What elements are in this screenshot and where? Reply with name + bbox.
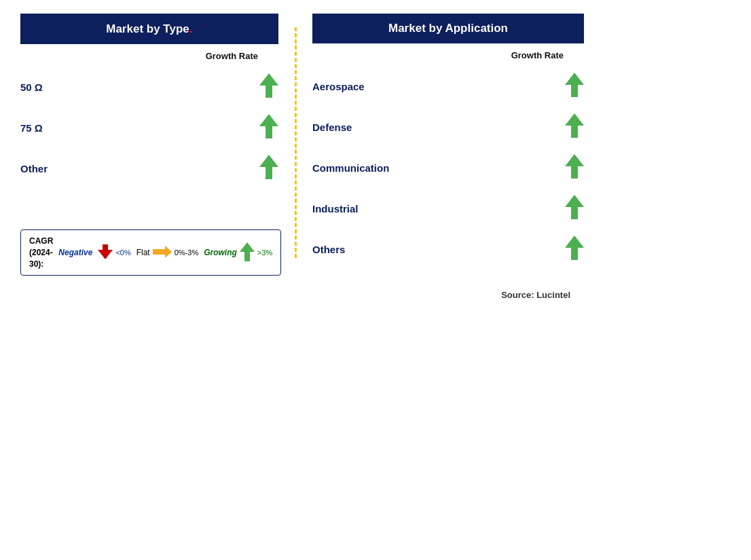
legend-growing-value: >3% xyxy=(257,248,272,257)
arrow-up-icon xyxy=(259,114,278,141)
table-row: Industrial xyxy=(312,188,584,229)
dashed-divider xyxy=(295,27,297,258)
legend-growing-label: Growing xyxy=(204,248,237,257)
row-label-communication: Communication xyxy=(312,162,394,174)
right-growth-rate-label: Growth Rate xyxy=(312,50,584,60)
table-row: Aerospace xyxy=(312,66,584,107)
legend-flat-value: 0%-3% xyxy=(175,248,198,257)
svg-marker-3 xyxy=(98,244,113,259)
table-row: Communication xyxy=(312,147,584,188)
legend-box: CAGR(2024-30): Negative <0% Flat 0 xyxy=(20,229,281,276)
left-panel-title: Market by Type xyxy=(106,22,189,35)
right-panel: Market by Application Growth Rate Aerosp… xyxy=(312,14,584,300)
legend-growing-up-arrow xyxy=(240,242,255,263)
row-label-others: Others xyxy=(312,244,394,255)
arrow-up-icon xyxy=(565,73,584,100)
svg-marker-8 xyxy=(565,154,584,179)
svg-marker-7 xyxy=(565,113,584,138)
row-label-aerospace: Aerospace xyxy=(312,81,394,92)
table-row: 50 Ω xyxy=(20,67,278,107)
svg-marker-6 xyxy=(565,73,584,97)
legend-cagr-label: CAGR(2024-30): xyxy=(29,236,53,269)
source-label: Source: Lucintel xyxy=(312,290,584,300)
arrow-up-icon xyxy=(565,195,584,222)
row-label-other: Other xyxy=(20,163,102,174)
left-panel-header: Market by Type. xyxy=(20,14,278,44)
svg-marker-9 xyxy=(565,195,584,219)
table-row: Other xyxy=(20,148,278,189)
table-row: Others xyxy=(312,229,584,269)
left-panel: Market by Type. Growth Rate 50 Ω 75 Ω Ot… xyxy=(20,14,278,276)
svg-marker-4 xyxy=(153,246,172,258)
svg-marker-10 xyxy=(565,236,584,260)
legend-negative-label: Negative xyxy=(58,248,92,257)
right-panel-header: Market by Application xyxy=(312,14,584,43)
svg-marker-0 xyxy=(259,73,278,98)
legend-negative-group: Negative <0% xyxy=(58,244,130,261)
arrow-up-icon xyxy=(259,73,278,100)
arrow-up-icon xyxy=(259,155,278,182)
legend-flat-group: Flat 0%-3% xyxy=(136,246,198,260)
row-label-50ohm: 50 Ω xyxy=(20,81,102,93)
arrow-up-icon xyxy=(565,113,584,141)
right-panel-title: Market by Application xyxy=(388,22,508,35)
legend-growing-group: Growing >3% xyxy=(204,242,272,263)
legend-flat-label: Flat xyxy=(136,248,150,257)
row-label-industrial: Industrial xyxy=(312,203,394,214)
table-row: 75 Ω xyxy=(20,107,278,148)
svg-marker-5 xyxy=(240,242,255,261)
arrow-up-icon xyxy=(565,236,584,263)
legend-negative-down-arrow xyxy=(98,244,113,261)
red-dot: . xyxy=(189,22,193,35)
svg-marker-1 xyxy=(259,114,278,138)
separator xyxy=(278,14,312,258)
left-growth-rate-label: Growth Rate xyxy=(20,51,278,61)
row-label-defense: Defense xyxy=(312,122,394,133)
legend-flat-arrow xyxy=(153,246,172,260)
table-row: Defense xyxy=(312,107,584,147)
arrow-up-icon xyxy=(565,154,584,181)
legend-negative-value: <0% xyxy=(115,248,130,257)
svg-marker-2 xyxy=(259,155,278,179)
row-label-75ohm: 75 Ω xyxy=(20,122,102,134)
